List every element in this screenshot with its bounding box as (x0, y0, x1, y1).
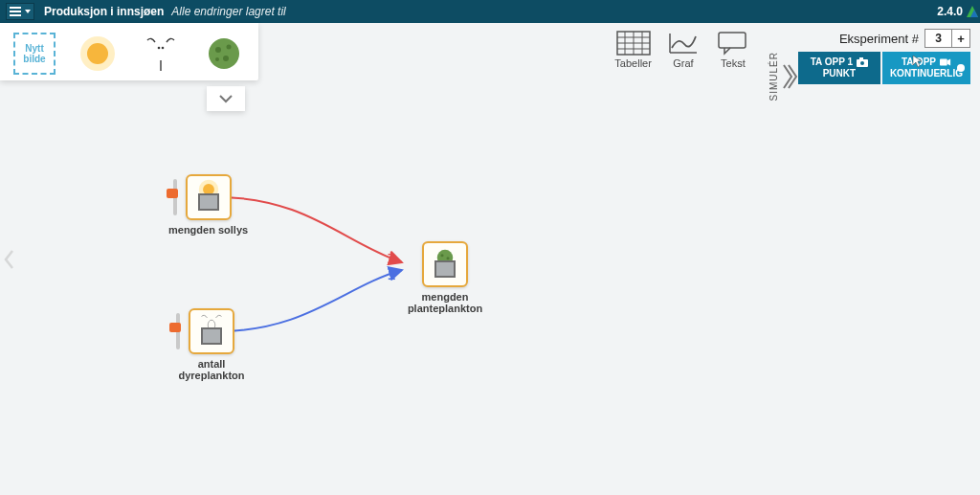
relation-sign-minus: − (388, 271, 395, 286)
app-logo-icon (967, 6, 978, 17)
diagram-canvas[interactable]: + − mengden sollys antall dyrepla (0, 23, 980, 495)
chevron-down-icon (218, 91, 234, 106)
new-image-label: Nytt bilde (23, 43, 45, 64)
chevron-left-icon (3, 249, 16, 270)
node-label: mengden sollys (168, 224, 248, 236)
node-box[interactable] (189, 308, 234, 354)
window-titlebar: Produksjon i innsjøen Alle endringer lag… (0, 0, 980, 23)
zooplankton-icon (142, 34, 180, 73)
svg-point-10 (223, 56, 229, 61)
node-box[interactable] (422, 241, 468, 287)
app-version: 2.4.0 (937, 5, 963, 18)
phytoplankton-icon (205, 34, 243, 73)
node-mengden-sollys[interactable]: mengden sollys (168, 174, 248, 236)
palette-item-sun[interactable] (77, 33, 119, 75)
palette-expand-button[interactable] (207, 86, 245, 111)
svg-point-5 (158, 47, 161, 50)
svg-point-29 (447, 257, 450, 259)
svg-point-28 (441, 254, 444, 257)
svg-point-11 (215, 57, 219, 61)
chevron-down-icon (25, 10, 31, 13)
sidebar-collapse-handle[interactable] (2, 242, 17, 277)
main-menu-button[interactable] (6, 3, 34, 20)
node-mengden-planteplankton[interactable]: mengden planteplankton (402, 241, 488, 314)
palette-item-zooplankton[interactable] (140, 33, 182, 75)
svg-point-6 (162, 47, 165, 50)
svg-point-8 (215, 47, 221, 53)
svg-point-7 (209, 38, 239, 69)
node-label: mengden planteplankton (402, 291, 488, 314)
app-title: Produksjon i innsjøen (44, 5, 164, 18)
relation-sign-plus: + (388, 248, 394, 261)
palette-item-phytoplankton[interactable] (203, 33, 245, 75)
node-slider[interactable] (170, 179, 180, 215)
relations-layer: + − (0, 23, 980, 495)
save-status: Alle endringer lagret til (171, 5, 285, 18)
new-image-button[interactable]: Nytt bilde (13, 33, 56, 75)
node-box[interactable] (186, 174, 232, 220)
sun-icon (78, 34, 117, 73)
svg-point-9 (227, 45, 232, 50)
node-slider[interactable] (173, 313, 183, 349)
node-label: antall dyreplankton (168, 358, 255, 381)
node-antall-dyreplankton[interactable]: antall dyreplankton (168, 308, 255, 381)
element-palette: Nytt bilde (0, 23, 258, 80)
svg-point-3 (87, 43, 108, 64)
svg-point-4 (155, 43, 167, 60)
